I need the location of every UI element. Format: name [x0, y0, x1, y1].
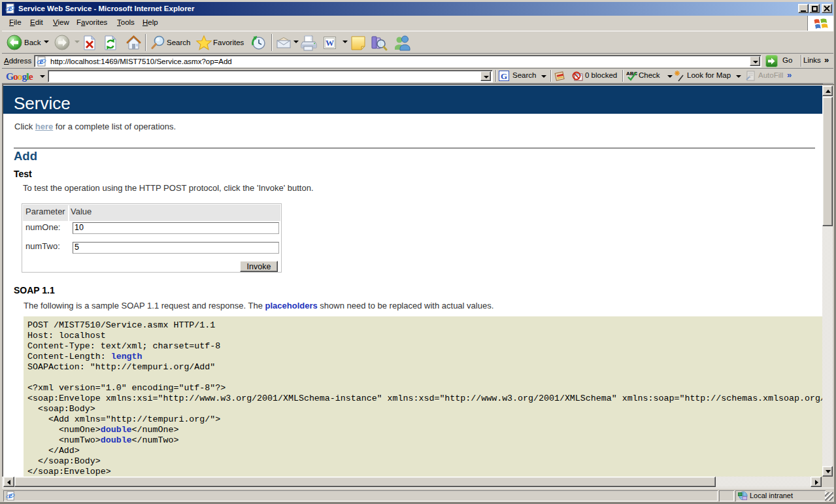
- svg-text:W: W: [326, 38, 334, 48]
- svg-text:e: e: [8, 3, 12, 13]
- svg-text:e: e: [8, 491, 12, 500]
- svg-text:G: G: [501, 71, 507, 81]
- svg-text:e: e: [40, 56, 44, 66]
